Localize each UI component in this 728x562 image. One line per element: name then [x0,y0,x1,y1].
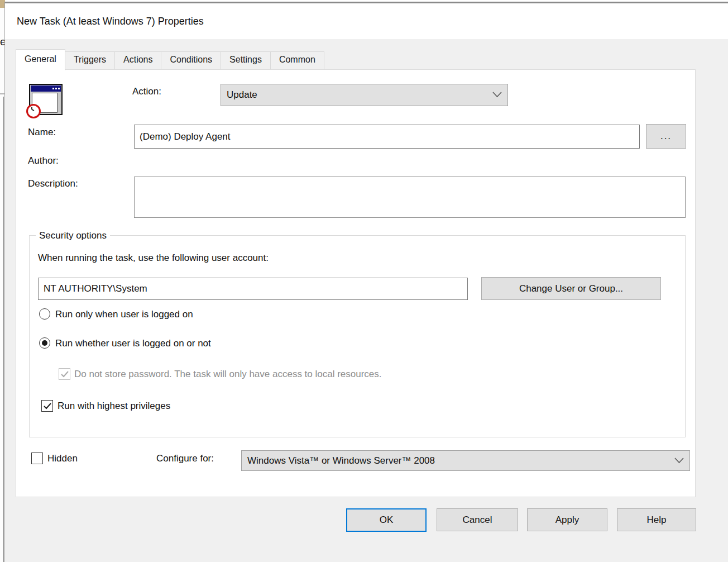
task-icon [28,84,65,117]
icon-titlebar [31,85,61,92]
cancel-button[interactable]: Cancel [437,508,518,531]
security-options-legend: Security options [36,230,110,241]
ok-button[interactable]: OK [346,508,427,532]
name-input[interactable]: (Demo) Deploy Agent [134,125,640,149]
change-user-button[interactable]: Change User or Group... [481,277,661,300]
background-window-border [3,97,4,562]
tab-general[interactable]: General [16,49,65,70]
checkbox-highest-privileges-label[interactable]: Run with highest privileges [58,401,170,412]
name-value: (Demo) Deploy Agent [140,131,231,142]
radio-run-whether-logged-on-label[interactable]: Run whether user is logged on or not [55,338,211,349]
radio-dot-icon [42,340,47,346]
name-label: Name: [28,127,56,138]
author-label: Author: [28,155,59,166]
configure-for-combobox[interactable]: Windows Vista™ or Windows Server™ 2008 [241,450,690,471]
radio-run-whether-logged-on[interactable] [39,337,50,349]
apply-button[interactable]: Apply [527,508,607,531]
browse-button[interactable]: ... [646,124,686,149]
checkbox-no-password [59,368,70,380]
tab-settings[interactable]: Settings [221,51,271,69]
radio-run-only-logged-on-label[interactable]: Run only when user is logged on [55,309,193,320]
tab-strip: General Triggers Actions Conditions Sett… [16,49,324,69]
chevron-down-icon [674,455,684,466]
help-button[interactable]: Help [617,508,696,531]
configure-for-label: Configure for: [156,453,214,464]
checkbox-hidden-label[interactable]: Hidden [47,453,78,464]
screen: e New Task (At least Windows 7) Properti… [0,0,728,562]
check-icon [61,371,69,378]
action-value: Update [227,89,257,101]
tab-actions[interactable]: Actions [114,51,161,69]
user-account-input[interactable]: NT AUTHORITY\System [38,278,468,300]
configure-for-value: Windows Vista™ or Windows Server™ 2008 [247,455,435,466]
tab-common[interactable]: Common [270,51,324,69]
dialog-title: New Task (At least Windows 7) Properties [17,16,204,27]
account-prompt: When running the task, use the following… [38,253,269,264]
checkbox-no-password-label: Do not store password. The task will onl… [74,369,382,380]
ellipsis-icon: ... [660,131,672,142]
clock-icon [26,104,41,118]
action-label: Action: [132,86,161,97]
checkbox-highest-privileges[interactable] [41,400,53,412]
radio-run-only-logged-on[interactable] [39,308,50,320]
user-account-value: NT AUTHORITY\System [44,283,147,294]
chevron-down-icon [492,89,502,101]
checkbox-hidden[interactable] [31,453,43,464]
tab-conditions[interactable]: Conditions [161,51,221,69]
description-textarea[interactable] [134,177,686,218]
description-label: Description: [28,178,78,189]
tab-triggers[interactable]: Triggers [65,51,115,69]
check-icon [44,403,51,409]
action-combobox[interactable]: Update [221,84,508,106]
